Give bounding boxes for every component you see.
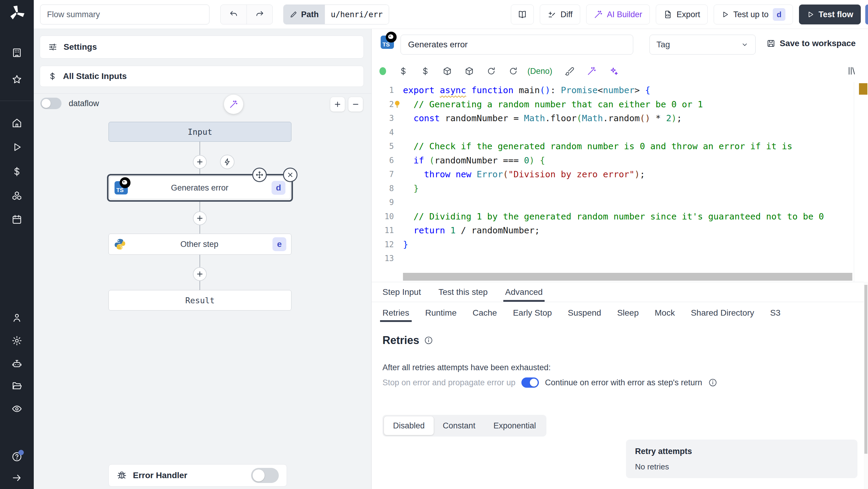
flow-node-input[interactable]: Input bbox=[108, 122, 291, 142]
line-number: 10 bbox=[372, 210, 403, 224]
redo-button[interactable] bbox=[247, 5, 273, 24]
diff-button[interactable]: Diff bbox=[540, 4, 580, 24]
save-icon bbox=[767, 39, 775, 48]
flow-path-chip[interactable]: Path u/henri/err bbox=[283, 4, 389, 24]
package-button[interactable] bbox=[464, 66, 474, 76]
sidebar-item-play[interactable] bbox=[0, 142, 34, 153]
sidebar-item-dollar[interactable] bbox=[0, 166, 34, 177]
sidebar-item-help[interactable] bbox=[0, 451, 34, 462]
continue-on-error-label: Continue on error with error as step's r… bbox=[545, 378, 702, 388]
deno-icon bbox=[120, 177, 130, 188]
code-line: 13 bbox=[372, 251, 854, 266]
step-id-badge: e bbox=[273, 237, 286, 251]
flow-settings-card[interactable]: Settings bbox=[40, 36, 364, 59]
refresh-button[interactable] bbox=[487, 66, 496, 76]
sidebar-item-person[interactable] bbox=[0, 312, 34, 323]
error-handler-card[interactable]: Error Handler bbox=[108, 464, 287, 487]
line-number: 4 bbox=[372, 125, 403, 140]
sidebar-item-gear[interactable] bbox=[0, 335, 34, 346]
status-dot bbox=[379, 67, 386, 75]
ai-flow-wand-button[interactable] bbox=[224, 95, 243, 114]
sidebar-item-building[interactable] bbox=[0, 47, 34, 58]
play-icon bbox=[721, 10, 729, 19]
brush-button[interactable] bbox=[565, 66, 575, 76]
flow-summary-input[interactable] bbox=[40, 4, 210, 24]
sidebar-item-eye[interactable] bbox=[0, 403, 34, 414]
dollar-button[interactable] bbox=[398, 66, 408, 76]
dollar-icon bbox=[11, 166, 22, 177]
delete-step-button[interactable] bbox=[283, 167, 298, 182]
trigger-button[interactable] bbox=[220, 155, 235, 169]
move-step-button[interactable] bbox=[252, 167, 267, 182]
info-icon[interactable] bbox=[424, 336, 433, 345]
refresh-button[interactable] bbox=[508, 66, 518, 76]
robot-icon bbox=[11, 358, 22, 369]
undo-button[interactable] bbox=[221, 5, 247, 24]
retry-mode-constant[interactable]: Constant bbox=[434, 416, 484, 435]
error-behavior-toggle[interactable] bbox=[521, 377, 539, 388]
sidebar-item-robot[interactable] bbox=[0, 358, 34, 369]
subtab-cache[interactable]: Cache bbox=[472, 302, 497, 324]
info-icon[interactable] bbox=[708, 378, 717, 387]
sidebar-item-home[interactable] bbox=[0, 118, 34, 128]
add-step-button[interactable] bbox=[193, 155, 207, 169]
dollar-button[interactable] bbox=[421, 66, 430, 76]
step-id-badge: d bbox=[272, 181, 285, 195]
subtab-shared-directory[interactable]: Shared Directory bbox=[691, 302, 754, 324]
flow-node-generates-error[interactable]: TS Generates error d bbox=[107, 174, 293, 202]
subtab-sleep[interactable]: Sleep bbox=[617, 302, 639, 324]
code-editor[interactable]: 1export async function main(): Promise<n… bbox=[372, 82, 868, 282]
step-name-input[interactable] bbox=[401, 35, 633, 55]
subtab-runtime[interactable]: Runtime bbox=[425, 302, 457, 324]
overview-ruler bbox=[854, 82, 854, 282]
windmill-logo-icon[interactable] bbox=[0, 4, 34, 22]
wand-button[interactable] bbox=[587, 66, 596, 76]
subtab-s3[interactable]: S3 bbox=[770, 302, 780, 324]
sidebar-item-folder[interactable] bbox=[0, 380, 34, 391]
vertical-scrollbar[interactable] bbox=[864, 282, 868, 489]
tab-test-this-step[interactable]: Test this step bbox=[438, 282, 488, 302]
all-static-inputs-card[interactable]: All Static Inputs bbox=[40, 66, 364, 87]
sidebar-item-calendar[interactable] bbox=[0, 214, 34, 225]
flow-node-other-step[interactable]: Other step e bbox=[108, 234, 291, 255]
sidebar-item-star[interactable] bbox=[0, 74, 34, 85]
save-to-workspace-button[interactable]: Save to workspace bbox=[767, 39, 856, 48]
error-handler-toggle[interactable] bbox=[251, 468, 279, 483]
calendar-icon bbox=[11, 214, 22, 225]
subtab-early-stop[interactable]: Early Stop bbox=[513, 302, 552, 324]
tab-advanced[interactable]: Advanced bbox=[505, 282, 543, 302]
subtab-suspend[interactable]: Suspend bbox=[568, 302, 601, 324]
gear-icon bbox=[11, 335, 22, 346]
ai-builder-label: AI Builder bbox=[607, 10, 642, 19]
docs-button[interactable] bbox=[511, 4, 534, 24]
edge-button-partial[interactable] bbox=[865, 4, 868, 24]
horizontal-scrollbar[interactable] bbox=[403, 273, 852, 281]
lightbulb-icon[interactable] bbox=[393, 100, 402, 109]
retry-mode-exponential[interactable]: Exponential bbox=[484, 416, 545, 435]
zoom-in-button[interactable] bbox=[330, 97, 345, 112]
path-label: Path bbox=[301, 10, 319, 19]
retry-attempts-value: No retries bbox=[635, 462, 848, 471]
add-step-button[interactable] bbox=[193, 211, 207, 225]
subtab-mock[interactable]: Mock bbox=[655, 302, 675, 324]
export-button[interactable]: Export bbox=[656, 4, 708, 24]
close-icon bbox=[286, 171, 294, 179]
flow-node-result[interactable]: Result bbox=[108, 290, 291, 310]
sidebar-item-cubes[interactable] bbox=[0, 190, 34, 201]
library-icon[interactable] bbox=[846, 66, 857, 76]
package-button[interactable] bbox=[442, 66, 452, 76]
zoom-out-button[interactable] bbox=[348, 97, 363, 112]
dataflow-toggle[interactable] bbox=[40, 98, 61, 109]
retry-mode-disabled[interactable]: Disabled bbox=[384, 416, 434, 435]
test-flow-button[interactable]: Test flow bbox=[799, 4, 861, 24]
bug-icon bbox=[117, 470, 127, 481]
ai-builder-button[interactable]: AI Builder bbox=[586, 4, 650, 24]
add-step-button[interactable] bbox=[193, 267, 207, 281]
sidebar-item-arrow-right[interactable] bbox=[0, 472, 34, 483]
test-up-to-button[interactable]: Test up to d bbox=[714, 4, 793, 24]
cubes-icon bbox=[11, 190, 22, 201]
subtab-retries[interactable]: Retries bbox=[382, 302, 409, 324]
tag-select[interactable]: Tag bbox=[650, 35, 755, 55]
sparkles-button[interactable] bbox=[609, 66, 618, 76]
tab-step-input[interactable]: Step Input bbox=[382, 282, 421, 302]
